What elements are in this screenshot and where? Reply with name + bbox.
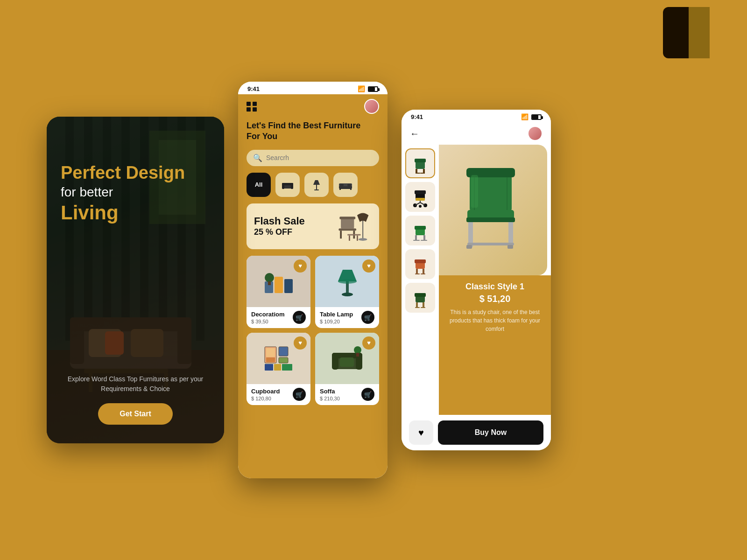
status-icons: 📶 (358, 85, 378, 92)
flash-sale-title: Flash Sale (254, 215, 305, 227)
search-bar[interactable]: 🔍 (247, 150, 379, 166)
screen-product-detail: 9:41 📶 ← (402, 110, 551, 450)
screen3-body: Classic Style 1 $ 51,20 This is a study … (402, 145, 551, 415)
svg-rect-74 (420, 173, 425, 174)
back-button[interactable]: ← (410, 128, 419, 139)
get-start-button[interactable]: Get Start (98, 403, 173, 425)
swatch-light (710, 7, 728, 58)
cat-tab-all[interactable]: All (247, 173, 271, 197)
headline-line1: Perfect Design (61, 163, 210, 183)
svg-rect-113 (471, 175, 478, 208)
add-to-cart-cupboard[interactable]: 🛒 (293, 388, 306, 401)
svg-rect-61 (282, 364, 292, 371)
thumb-black-office-chair[interactable] (405, 182, 435, 212)
svg-rect-100 (415, 307, 420, 308)
svg-rect-57 (279, 347, 288, 356)
card-price-decoration: $ 39,50 (251, 319, 285, 324)
thumbnail-col (402, 145, 439, 415)
svg-rect-32 (347, 184, 351, 186)
status-bar: 9:41 📶 (238, 82, 388, 94)
svg-rect-44 (357, 235, 358, 240)
add-to-cart-lamp[interactable]: 🛒 (361, 311, 374, 324)
svg-rect-91 (415, 259, 426, 263)
add-to-cart-decoration[interactable]: 🛒 (293, 311, 306, 324)
status-time: 9:41 (247, 85, 260, 92)
svg-rect-25 (291, 183, 293, 189)
svg-rect-89 (421, 240, 427, 241)
svg-rect-109 (507, 245, 513, 249)
flash-sale-image (334, 210, 372, 243)
card-img-lamp: ♥ (315, 256, 379, 307)
thumb-green-wood-chair[interactable] (405, 148, 435, 178)
svg-rect-24 (282, 183, 284, 189)
screen2-title: Let's Find the Best FurnitureFor You (238, 120, 388, 150)
wifi-icon: 📶 (358, 85, 365, 92)
category-tabs: All (238, 173, 388, 203)
headline-line2: for better (61, 185, 210, 200)
svg-rect-27 (316, 185, 317, 189)
favorite-button[interactable]: ♥ (409, 420, 433, 445)
svg-rect-42 (347, 234, 360, 236)
grid-icon[interactable] (247, 102, 257, 112)
screen3-user-avatar[interactable] (528, 126, 543, 141)
cat-tab-lamp[interactable] (304, 173, 329, 197)
heart-icon-lamp[interactable]: ♥ (362, 259, 375, 273)
color-swatches (663, 7, 728, 58)
heart-icon-cupboard[interactable]: ♥ (294, 336, 307, 350)
card-name-lamp: Table Lamp (320, 311, 353, 318)
search-input[interactable] (266, 154, 373, 161)
card-name-decoration: Decoratiom (251, 311, 285, 318)
cat-tab-sofa[interactable] (275, 173, 300, 197)
svg-rect-76 (415, 190, 426, 194)
svg-rect-33 (339, 189, 341, 190)
screen-landing: Perfect Design for better Living Explore… (47, 117, 224, 443)
thumb-orange-chair[interactable] (405, 249, 435, 279)
svg-rect-39 (339, 217, 355, 219)
screen2-body: Flash Sale 25 % OFF (238, 203, 388, 478)
main-product-col: Classic Style 1 $ 51,20 This is a study … (439, 145, 551, 415)
svg-rect-84 (416, 229, 425, 235)
svg-rect-40 (340, 231, 342, 238)
svg-rect-94 (415, 273, 420, 274)
svg-point-67 (354, 346, 361, 354)
product-card-lamp: ♥ Table Lamp $ 109,20 🛒 (315, 256, 379, 328)
user-avatar[interactable] (364, 99, 379, 114)
svg-point-53 (338, 279, 357, 284)
headline: Perfect Design for better Living (61, 163, 210, 224)
card-info-soffa: Soffa $ 210,30 🛒 (315, 384, 379, 405)
svg-point-79 (419, 205, 422, 208)
product-card-cupboard: ♥ Cupboard $ 120,80 🛒 (247, 333, 310, 405)
battery-icon (368, 86, 378, 92)
svg-rect-47 (284, 279, 293, 293)
svg-rect-59 (265, 364, 273, 371)
screen-product-list: 9:41 📶 Let's Find the Best FurnitureFor … (238, 82, 388, 478)
svg-rect-28 (314, 189, 319, 190)
thumb-dark-green-chair[interactable] (405, 283, 435, 313)
svg-rect-69 (416, 161, 425, 169)
cat-tab-bed[interactable] (333, 173, 358, 197)
heart-icon-decoration[interactable]: ♥ (294, 259, 307, 273)
screen2-header (238, 94, 388, 120)
bottom-actions: ♥ Buy Now (402, 415, 551, 450)
buy-now-button[interactable]: Buy Now (438, 420, 543, 445)
heart-icon-soffa[interactable]: ♥ (362, 336, 375, 350)
main-product-image (439, 145, 547, 275)
thumb-green-metal-chair[interactable] (405, 216, 435, 245)
flash-text: Flash Sale 25 % OFF (254, 215, 305, 237)
svg-rect-46 (275, 277, 283, 293)
screen3-status-bar: 9:41 📶 (402, 110, 551, 122)
card-info-decoration: Decoratiom $ 39,50 🛒 (247, 307, 310, 328)
svg-rect-108 (466, 245, 472, 249)
svg-rect-60 (274, 364, 281, 371)
svg-marker-26 (313, 180, 320, 185)
search-bar-wrap: 🔍 (238, 150, 388, 173)
card-text-cupboard: Cupboard $ 120,80 (251, 388, 280, 401)
card-info-lamp: Table Lamp $ 109,20 🛒 (315, 307, 379, 328)
svg-rect-88 (413, 240, 420, 241)
flash-sale-discount: 25 % OFF (254, 227, 305, 237)
screen3-battery (531, 114, 542, 120)
card-price-soffa: $ 210,30 (320, 396, 340, 401)
svg-rect-90 (416, 262, 425, 269)
add-to-cart-soffa[interactable]: 🛒 (361, 388, 374, 401)
svg-point-48 (265, 273, 274, 282)
